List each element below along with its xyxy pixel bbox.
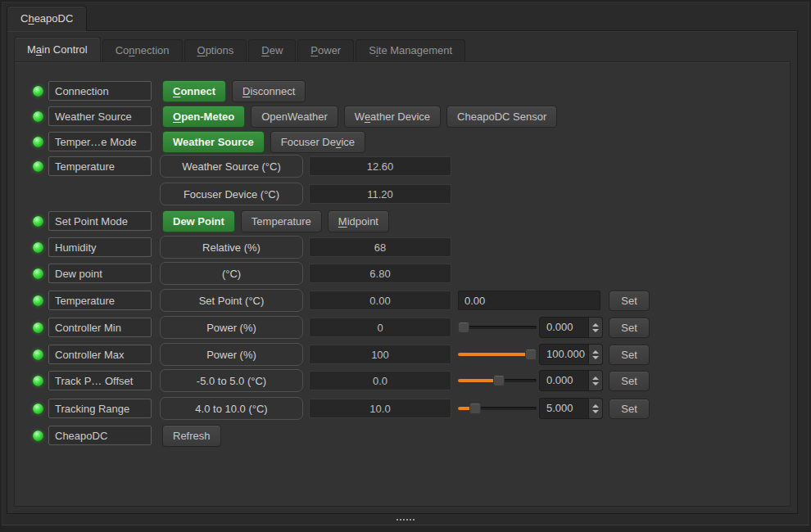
button-group: Refresh xyxy=(162,425,221,447)
field-value-tracking-range: 10.0 xyxy=(309,399,451,418)
open-meteo-button[interactable]: Open-Meteo xyxy=(162,106,245,128)
property-row-refresh: CheapoDC Refresh xyxy=(15,424,790,449)
track-offset-set-button[interactable]: Set xyxy=(609,371,650,391)
min-power-spinbox[interactable]: 0.000 xyxy=(539,317,603,338)
state-led-icon xyxy=(33,322,43,333)
state-led-icon xyxy=(33,111,43,122)
state-led-icon xyxy=(33,242,43,253)
property-row-controller-min: Controller Min Power (%) 0 0.000 Set xyxy=(15,316,790,340)
state-led-icon xyxy=(33,376,43,386)
spinbox-value: 100.000 xyxy=(546,345,585,364)
tab-main-control[interactable]: Main Control xyxy=(14,37,101,61)
property-row-controller-max: Controller Max Power (%) 100 100.000 Set xyxy=(15,343,790,367)
max-power-set-button[interactable]: Set xyxy=(609,345,650,365)
track-offset-slider[interactable] xyxy=(458,371,537,390)
openweather-button[interactable]: OpenWeather xyxy=(251,106,338,128)
state-led-icon xyxy=(33,268,43,279)
temperature-mode-button[interactable]: Temperature xyxy=(241,210,322,232)
midpoint-mode-button[interactable]: Midpoint xyxy=(328,210,389,232)
tab-site-management[interactable]: Site Management xyxy=(356,39,465,61)
field-name-tracking-range: 4.0 to 10.0 (°C) xyxy=(160,397,303,420)
spinbox-arrows[interactable] xyxy=(588,345,602,364)
spinbox-arrows[interactable] xyxy=(588,399,602,418)
tracking-range-spinbox[interactable]: 5.000 xyxy=(539,398,603,419)
property-label: Temperature xyxy=(48,156,152,176)
field-value-focuser-device-temp: 11.20 xyxy=(309,184,451,204)
property-row-temperature-mode: Temper…e Mode Weather Source Focuser Dev… xyxy=(15,130,790,155)
group-tab-bar: Main Control Connection Options Dew Powe… xyxy=(14,38,467,61)
min-power-slider[interactable] xyxy=(458,318,537,337)
tab-power[interactable]: Power xyxy=(297,39,354,61)
track-offset-spinbox[interactable]: 0.000 xyxy=(539,370,603,391)
state-led-icon xyxy=(33,216,43,227)
state-led-icon xyxy=(33,404,43,414)
tab-options[interactable]: Options xyxy=(184,39,247,61)
state-led-icon xyxy=(33,349,43,360)
slider-handle[interactable] xyxy=(525,349,537,360)
field-name-set-point: Set Point (°C) xyxy=(160,289,303,312)
property-row-track-point-offset: Track P… Offset -5.0 to 5.0 (°C) 0.0 0.0… xyxy=(15,369,790,394)
set-point-input[interactable] xyxy=(458,291,600,310)
field-name-weather-source-temp: Weather Source (°C) xyxy=(160,155,303,178)
slider-groove xyxy=(458,326,537,329)
state-led-icon xyxy=(33,295,43,306)
spinbox-value: 0.000 xyxy=(546,318,573,337)
field-name-max-power: Power (%) xyxy=(160,343,303,366)
tracking-range-set-button[interactable]: Set xyxy=(609,399,650,419)
weather-device-button[interactable]: Weather Device xyxy=(344,106,441,128)
property-label: Set Point Mode xyxy=(48,211,152,231)
indi-control-panel: { "device_tab": {"text": "CheapoDC", "u"… xyxy=(0,0,811,532)
connect-button[interactable]: Connect xyxy=(162,80,226,102)
property-label: Humidity xyxy=(48,237,152,257)
property-row-set-point-mode: Set Point Mode Dew Point Temperature Mid… xyxy=(15,210,790,234)
field-value-track-offset: 0.0 xyxy=(309,371,451,390)
tracking-range-slider[interactable] xyxy=(458,399,537,418)
field-value-min-power: 0 xyxy=(309,318,451,337)
field-name-min-power: Power (%) xyxy=(160,316,303,339)
weather-source-mode-button[interactable]: Weather Source xyxy=(162,131,265,153)
field-name-dew-point: (°C) xyxy=(160,262,303,285)
property-label: Connection xyxy=(48,81,152,101)
cheapodc-sensor-button[interactable]: CheapoDC Sensor xyxy=(446,106,557,128)
spin-down-icon[interactable] xyxy=(592,410,599,413)
refresh-button[interactable]: Refresh xyxy=(162,425,221,447)
spin-up-icon[interactable] xyxy=(592,404,599,408)
device-pane: Main Control Connection Options Dew Powe… xyxy=(7,30,798,514)
splitter-dot xyxy=(413,519,415,521)
spinbox-value: 0.000 xyxy=(546,371,573,390)
max-power-slider[interactable] xyxy=(458,345,537,364)
device-tab-cheapodc[interactable]: CheapoDC xyxy=(7,6,87,31)
focuser-device-mode-button[interactable]: Focuser Device xyxy=(270,131,365,153)
dew-point-mode-button[interactable]: Dew Point xyxy=(162,210,235,232)
slider-handle[interactable] xyxy=(493,375,505,386)
spin-up-icon[interactable] xyxy=(592,323,599,327)
spin-up-icon[interactable] xyxy=(592,350,599,354)
tab-dew[interactable]: Dew xyxy=(248,39,296,61)
field-value-relative-humidity: 68 xyxy=(309,237,451,257)
splitter-dot xyxy=(400,519,401,521)
field-name-relative-humidity: Relative (%) xyxy=(160,236,303,259)
spinbox-arrows[interactable] xyxy=(588,371,602,390)
property-row-tracking-range: Tracking Range 4.0 to 10.0 (°C) 10.0 5.0… xyxy=(15,397,790,422)
spin-up-icon[interactable] xyxy=(592,376,599,380)
tab-connection[interactable]: Connection xyxy=(102,39,183,61)
spinbox-arrows[interactable] xyxy=(588,318,602,337)
spinbox-value: 5.000 xyxy=(546,399,573,418)
splitter-handle[interactable] xyxy=(0,516,811,523)
button-group: Open-Meteo OpenWeather Weather Device Ch… xyxy=(162,106,557,128)
max-power-spinbox[interactable]: 100.000 xyxy=(539,344,603,365)
state-led-icon xyxy=(33,431,43,441)
spin-down-icon[interactable] xyxy=(592,382,599,385)
state-led-icon xyxy=(33,86,43,97)
spin-down-icon[interactable] xyxy=(592,356,599,359)
disconnect-button[interactable]: Disconnect xyxy=(232,80,306,102)
property-label: Weather Source xyxy=(48,106,152,126)
set-point-set-button[interactable]: Set xyxy=(609,291,650,311)
bottom-panel xyxy=(2,525,809,531)
slider-handle[interactable] xyxy=(458,322,469,333)
min-power-set-button[interactable]: Set xyxy=(609,318,650,338)
slider-handle[interactable] xyxy=(469,403,481,414)
spin-down-icon[interactable] xyxy=(592,329,599,332)
button-group: Weather Source Focuser Device xyxy=(162,131,365,153)
property-label: Temper…e Mode xyxy=(48,132,152,151)
